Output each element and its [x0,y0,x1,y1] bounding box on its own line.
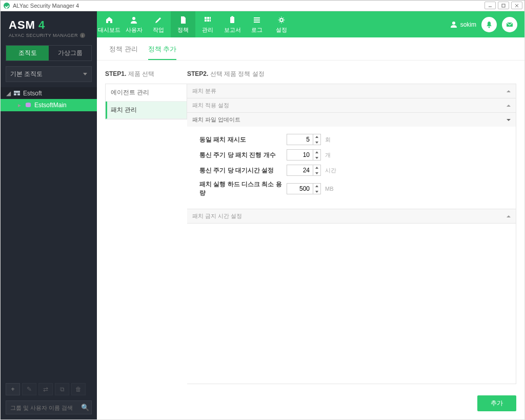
field-wait: 통신 주기 당 대기시간 설정 시간 [199,165,503,176]
svg-rect-17 [230,17,234,23]
svg-rect-21 [254,22,260,23]
chevron-up-icon [507,90,511,92]
window-buttons [484,2,522,9]
home-icon [105,15,113,25]
svg-point-9 [26,105,31,107]
nav-tasks[interactable]: 작업 [146,11,171,37]
field-per-cycle: 통신 주기 당 패치 진행 개수 개 [199,149,503,161]
svg-rect-12 [207,17,209,19]
accordion-classify[interactable]: 패치 분류 [187,84,516,98]
spin-down-icon[interactable] [313,155,320,161]
sidebar-tab-org[interactable]: 조직도 [6,46,49,61]
accordion-block[interactable]: 패치 금지 시간 설정 [187,209,516,223]
chevron-down-icon [83,73,87,75]
tree-twisty-icon: ◢ [6,90,11,97]
window-titlebar: ALYac Security Manager 4 [0,0,525,11]
maximize-button[interactable] [498,2,509,9]
copy-node-button[interactable]: ⧉ [55,383,69,395]
org-dropdown-label: 기본 조직도 [10,70,43,78]
tree-root-label: Estsoft [23,90,42,97]
sidebar-tabs: 조직도 가상그룹 [6,45,92,61]
main: 대시보드 사용자 작업 정책 관리 [97,11,524,419]
minimize-button[interactable] [484,2,496,9]
spin-up-icon[interactable] [313,134,320,139]
spin-down-icon[interactable] [313,139,320,145]
topnav: 대시보드 사용자 작업 정책 관리 [97,11,294,37]
field-retry: 동일 패치 재시도 회 [199,134,503,145]
disk-input[interactable] [287,184,313,194]
product-item-agent[interactable]: 에이전트 관리 [106,84,187,102]
tree-root-row[interactable]: ◢ Estsoft [1,87,97,99]
info-icon[interactable]: i [80,33,85,38]
notification-button[interactable] [481,17,497,32]
nav-log[interactable]: 로그 [245,11,269,37]
nav-users[interactable]: 사용자 [122,11,146,37]
topbar-right: sokim [450,11,524,37]
step1-title: STEP1. 제품 선택 [105,70,187,78]
svg-rect-16 [210,19,211,22]
sidebar: ASM 4 ALYAC SECURITY MANAGER i 조직도 가상그룹 … [1,11,97,419]
svg-rect-1 [502,4,505,7]
tree-child-row[interactable]: ▸ EstsoftMain [1,99,97,111]
sidebar-search[interactable]: 🔍 [6,401,92,414]
wait-spinbox[interactable] [287,165,321,176]
per-cycle-input[interactable] [287,150,313,160]
wait-input[interactable] [287,165,313,175]
nav-settings[interactable]: 설정 [269,11,294,37]
app-icon [4,3,10,9]
sidebar-search-input[interactable] [10,405,81,411]
retry-spinbox[interactable] [287,134,321,145]
retry-input[interactable] [287,134,313,145]
spin-up-icon[interactable] [313,183,320,189]
add-node-button[interactable]: + [6,383,20,395]
svg-rect-15 [207,19,209,22]
add-button[interactable]: 추가 [477,395,516,411]
document-icon [179,15,187,25]
spin-down-icon[interactable] [313,189,320,194]
pencil-icon [154,15,163,25]
disk-spinbox[interactable] [287,183,321,194]
accordion-update[interactable]: 패치 파일 업데이트 [187,113,516,127]
user-avatar-icon [450,21,457,28]
step2-title: STEP2. 선택 제품 정책 설정 [187,70,516,78]
nav-report[interactable]: 보고서 [220,11,245,37]
spin-up-icon[interactable] [313,149,320,155]
org-dropdown[interactable]: 기본 조직도 [6,66,92,82]
content: STEP1. 제품 선택 에이전트 관리 패치 관리 STEP2. 선택 제품 … [97,61,524,390]
mail-button[interactable] [502,17,517,32]
accordion-apply[interactable]: 패치 적용 설정 [187,98,516,112]
org-root-icon [14,91,20,96]
clipboard-icon [228,15,236,25]
delete-node-button[interactable]: 🗑 [71,383,86,395]
svg-point-22 [280,18,283,22]
svg-rect-14 [205,19,207,22]
list-icon [253,15,261,25]
field-disk: 패치 실행 하드 디스크 최소 용량 MB [199,180,503,197]
chevron-up-icon [507,105,511,107]
svg-rect-13 [210,17,211,19]
topbar: 대시보드 사용자 작업 정책 관리 [97,11,524,37]
close-button[interactable] [511,2,522,9]
edit-node-button[interactable]: ✎ [22,383,36,395]
svg-point-10 [132,17,135,20]
grid-icon [204,15,212,25]
user-name: sokim [460,21,476,28]
nav-dashboard[interactable]: 대시보드 [97,11,122,37]
spin-up-icon[interactable] [313,165,320,170]
user-icon [130,15,138,25]
subtab-policy-manage[interactable]: 정책 관리 [109,45,138,60]
search-icon[interactable]: 🔍 [81,404,89,411]
group-icon [25,102,31,108]
nav-policy[interactable]: 정책 [171,11,195,37]
product-list: 에이전트 관리 패치 관리 [105,84,187,119]
spin-down-icon[interactable] [313,170,320,176]
sidebar-tab-virtual[interactable]: 가상그룹 [49,46,91,61]
per-cycle-spinbox[interactable] [287,149,321,161]
svg-rect-5 [14,93,16,95]
move-node-button[interactable]: ⇄ [38,383,53,395]
nav-manage[interactable]: 관리 [195,11,220,37]
accordion: 패치 분류 패치 적용 설정 패치 파일 업데이트 [187,84,516,384]
user-chip[interactable]: sokim [450,21,476,28]
subtab-policy-add[interactable]: 정책 추가 [148,45,177,60]
product-item-patch[interactable]: 패치 관리 [106,102,187,119]
